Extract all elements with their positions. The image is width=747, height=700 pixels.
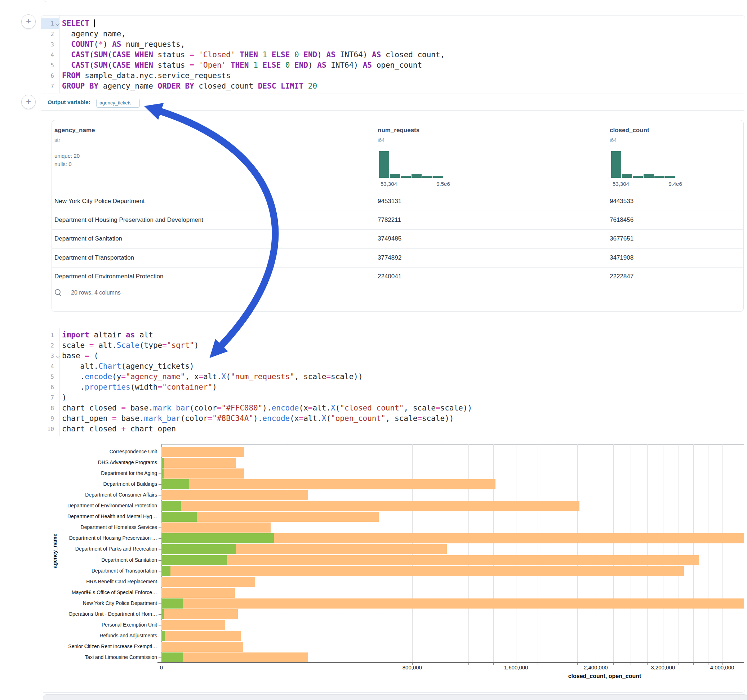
closed-count-bar <box>162 458 236 468</box>
y-axis-tick <box>159 603 162 604</box>
column-histogram <box>379 151 443 178</box>
search-icon[interactable] <box>55 289 63 297</box>
y-axis-tick <box>159 647 162 647</box>
y-axis-tick <box>159 625 162 626</box>
table-cell: Department of Housing Preservation and D… <box>54 211 203 229</box>
code-line[interactable]: 2 agency_name, <box>41 29 725 39</box>
y-axis-tick <box>159 549 162 549</box>
add-cell-button-output[interactable]: + <box>21 95 36 109</box>
fold-chevron-icon[interactable] <box>56 354 59 358</box>
add-cell-button-top[interactable]: + <box>21 14 36 29</box>
y-axis-tick <box>159 463 162 463</box>
closed-count-bar <box>162 599 744 608</box>
next-cell-collapsed[interactable] <box>43 694 747 700</box>
code-line[interactable]: 4 alt.Chart(agency_tickets) <box>41 361 725 372</box>
plot-top-spine <box>162 444 744 445</box>
closed-count-bar <box>162 468 244 478</box>
chart-x-axis-title: closed_count, open_count <box>568 673 641 679</box>
code-text: chart_closed = base.mark_bar(color="#FFC… <box>62 403 472 413</box>
table-cell: New York City Police Department <box>54 192 145 211</box>
closed-count-bar <box>162 631 241 641</box>
y-axis-label: Department for the Aging <box>41 470 157 476</box>
table-cell: 3749485 <box>378 229 401 248</box>
table-row[interactable]: Department of Housing Preservation and D… <box>51 211 743 229</box>
code-line[interactable]: 7GROUP BY agency_name ORDER BY closed_co… <box>41 81 725 92</box>
y-axis-tick <box>159 636 162 636</box>
gridline <box>493 444 494 662</box>
code-text: chart_open = base.mark_bar(color="#8BC34… <box>62 413 454 424</box>
y-axis-tick <box>159 614 162 615</box>
output-variable-chip[interactable]: agency_tickets <box>96 99 140 108</box>
x-axis-tick-label: 2,400,000 <box>584 664 608 670</box>
code-line[interactable]: 6FROM sample_data.nyc.service_requests <box>41 71 725 81</box>
histogram-bar <box>390 174 400 178</box>
code-line[interactable]: 1import altair as alt <box>41 330 725 340</box>
gridline <box>577 444 578 662</box>
open-count-bar <box>162 458 164 468</box>
code-line[interactable]: 3 COUNT(*) AS num_requests, <box>41 39 725 50</box>
table-row[interactable]: Department of Environmental Protection22… <box>51 267 743 286</box>
open-count-bar <box>162 501 181 511</box>
code-line[interactable]: 4 CAST(SUM(CASE WHEN status = 'Closed' T… <box>41 50 725 60</box>
line-number: 4 <box>41 361 54 372</box>
open-count-bar <box>162 512 197 522</box>
y-axis-tick <box>159 452 162 452</box>
x-axis-tick-label: 3,200,000 <box>651 664 675 670</box>
y-axis-tick <box>159 571 162 572</box>
code-line[interactable]: 5 CAST(SUM(CASE WHEN status = 'Open' THE… <box>41 60 725 71</box>
code-text: chart_closed + chart_open <box>62 424 176 434</box>
code-text: agency_name, <box>62 29 126 39</box>
gridline <box>613 444 614 662</box>
code-line[interactable]: 2scale = alt.Scale(type="sqrt") <box>41 340 725 351</box>
table-row[interactable]: Department of Sanitation37494853677651 <box>51 229 743 248</box>
histogram-min-label: 53,304 <box>612 181 629 187</box>
column-header[interactable]: agency_name <box>54 127 95 134</box>
code-line[interactable]: 3base = ( <box>41 351 725 361</box>
line-number: 3 <box>41 351 54 361</box>
text-cursor <box>94 20 95 27</box>
y-axis-tick <box>159 484 162 485</box>
output-variable-label: Output variable: <box>48 99 91 106</box>
column-header[interactable]: num_requests <box>378 127 419 134</box>
code-line[interactable]: 8chart_closed = base.mark_bar(color="#FF… <box>41 403 725 413</box>
code-text: .encode(y="agency_name", x=alt.X("num_re… <box>62 372 363 382</box>
fold-chevron-icon[interactable] <box>56 22 59 26</box>
gridline <box>722 444 723 662</box>
code-text: import altair as alt <box>62 330 153 340</box>
x-axis-tick-label: 4,000,000 <box>710 664 734 670</box>
code-text: scale = alt.Scale(type="sqrt") <box>62 340 198 351</box>
closed-count-bar <box>162 566 684 576</box>
y-axis-label: Department of Health and Mental Hyg… <box>41 513 157 519</box>
code-line[interactable]: 6 .properties(width="container") <box>41 382 725 392</box>
table-row[interactable]: New York City Police Department945313194… <box>51 192 743 211</box>
code-text: .properties(width="container") <box>62 382 217 392</box>
open-count-bar <box>162 479 189 489</box>
y-axis-label: Department of Buildings <box>41 481 157 487</box>
histogram-max-label: 9.4e6 <box>668 181 682 187</box>
table-row[interactable]: Department of Transportation377489234719… <box>51 249 743 267</box>
code-line[interactable]: 5 .encode(y="agency_name", x=alt.X("num_… <box>41 372 725 382</box>
code-line[interactable]: 1SELECT <box>41 18 725 29</box>
code-line[interactable]: 7) <box>41 392 725 403</box>
histogram-bar <box>379 151 389 178</box>
line-number: 1 <box>41 18 54 29</box>
code-line[interactable]: 9chart_open = base.mark_bar(color="#8BC3… <box>41 413 725 424</box>
table-cell: 3471908 <box>610 249 634 267</box>
code-line[interactable]: 10chart_closed + chart_open <box>41 424 725 434</box>
gridline <box>647 444 647 662</box>
histogram-bar <box>633 176 643 178</box>
open-count-bar <box>162 631 165 641</box>
line-number: 8 <box>41 403 54 413</box>
y-axis-tick <box>159 495 162 495</box>
closed-count-bar <box>162 501 579 511</box>
closed-count-bar <box>162 522 271 533</box>
column-header[interactable]: closed_count <box>610 127 649 134</box>
code-text: CAST(SUM(CASE WHEN status = 'Open' THEN … <box>62 60 422 71</box>
y-axis-label: Refunds and Adjustments <box>41 633 157 638</box>
y-axis-label: Mayorâ€ s Office of Special Enforce… <box>41 590 157 595</box>
gridline <box>679 444 679 662</box>
y-axis-tick <box>159 582 162 582</box>
y-axis-tick <box>159 517 162 517</box>
gridline <box>663 444 664 662</box>
y-axis-tick <box>159 658 162 658</box>
